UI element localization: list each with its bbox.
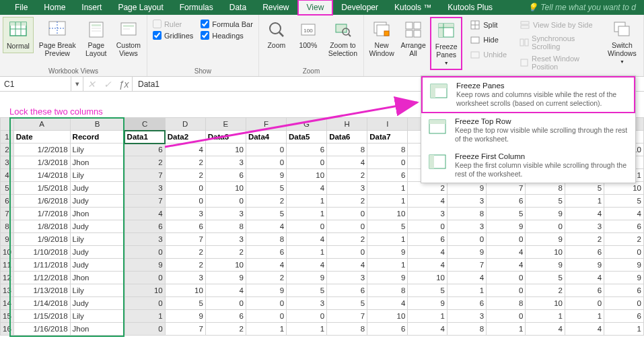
cell[interactable]: 1 (287, 208, 327, 220)
cell[interactable]: 0 (565, 297, 604, 310)
zoom-selection-button[interactable]: Zoom to Selection (325, 17, 361, 59)
cell[interactable]: 9 (165, 310, 205, 323)
row-header-13[interactable]: 13 (1, 284, 14, 297)
row-header-1[interactable]: 1 (1, 131, 14, 144)
cell[interactable]: 1/4/2018 (13, 169, 70, 182)
cell[interactable]: 0 (327, 220, 367, 233)
cell[interactable]: 1/7/2018 (13, 208, 70, 220)
row-header-3[interactable]: 3 (1, 156, 14, 169)
row-header-15[interactable]: 15 (1, 310, 14, 323)
cell[interactable]: 6 (205, 310, 246, 323)
cell[interactable]: 4 (565, 323, 604, 336)
headings-checkbox[interactable]: Headings (201, 31, 253, 40)
cell[interactable]: 1 (367, 259, 408, 272)
cell[interactable]: 9 (367, 246, 408, 259)
cell[interactable]: 7 (124, 195, 165, 208)
cell[interactable]: 0 (487, 310, 526, 323)
cell[interactable]: 2 (165, 156, 205, 169)
cell[interactable]: 7 (165, 233, 205, 246)
row-header-7[interactable]: 7 (1, 208, 14, 220)
cell[interactable]: 6 (367, 323, 408, 336)
cell[interactable]: 6 (327, 284, 367, 297)
sync-scroll-button[interactable]: Synchronous Scrolling (517, 33, 599, 52)
cell[interactable]: 10 (526, 246, 565, 259)
tab-kutools-[interactable]: Kutools ™ (386, 1, 439, 14)
cell[interactable]: Record (70, 131, 124, 144)
cell[interactable]: 7 (327, 310, 367, 323)
cell[interactable]: 6 (565, 284, 604, 297)
cell[interactable]: 0 (246, 156, 286, 169)
cell[interactable]: 7 (448, 259, 487, 272)
cell[interactable]: Lily (70, 144, 124, 156)
row-header-8[interactable]: 8 (1, 220, 14, 233)
cell[interactable]: 5 (604, 195, 644, 208)
cell[interactable]: 2 (165, 259, 205, 272)
cell[interactable]: 6 (604, 310, 644, 323)
cell[interactable]: 8 (367, 284, 408, 297)
cell[interactable]: 1 (448, 284, 487, 297)
cell[interactable]: 0 (205, 297, 246, 310)
cell[interactable]: 4 (408, 259, 448, 272)
cell[interactable]: 0 (526, 220, 565, 233)
cell[interactable]: 3 (124, 182, 165, 195)
freeze-panes-button[interactable]: Freeze Panes ▼ (430, 17, 462, 70)
cell[interactable]: 10 (367, 310, 408, 323)
tab-home[interactable]: Home (36, 1, 73, 14)
cell[interactable]: 10 (165, 284, 205, 297)
cell[interactable]: 1 (367, 233, 408, 246)
cell[interactable]: 8 (246, 233, 286, 246)
tab-review[interactable]: Review (254, 1, 297, 14)
cell[interactable]: 0 (124, 297, 165, 310)
column-header-F[interactable]: F (246, 118, 286, 131)
cell[interactable]: 6 (604, 220, 644, 233)
cell[interactable]: 8 (327, 323, 367, 336)
cell[interactable]: 4 (487, 246, 526, 259)
row-header-6[interactable]: 6 (1, 195, 14, 208)
cell[interactable]: 10 (604, 182, 644, 195)
cell[interactable]: Lily (70, 310, 124, 323)
cell[interactable]: 4 (487, 259, 526, 272)
cell[interactable]: 7 (487, 182, 526, 195)
cell[interactable]: 8 (327, 144, 367, 156)
cell[interactable]: 1 (287, 323, 327, 336)
cell[interactable]: 0 (487, 284, 526, 297)
cell[interactable]: 5 (367, 220, 408, 233)
row-header-16[interactable]: 16 (1, 323, 14, 336)
cell[interactable]: 9 (604, 272, 644, 284)
cell[interactable]: 10 (367, 208, 408, 220)
column-header-A[interactable]: A (13, 118, 70, 131)
name-box-dropdown[interactable]: ▾ (71, 77, 83, 91)
new-window-button[interactable]: New Window (367, 17, 396, 59)
select-all-corner[interactable] (1, 118, 14, 131)
fx-icon[interactable]: ƒx (116, 79, 132, 90)
cell[interactable]: 6 (604, 284, 644, 297)
row-header-2[interactable]: 2 (1, 144, 14, 156)
column-header-B[interactable]: B (70, 118, 124, 131)
cell[interactable]: 3 (448, 220, 487, 233)
cell[interactable]: Data2 (165, 131, 205, 144)
cell[interactable]: Judy (70, 259, 124, 272)
cell[interactable]: 4 (367, 297, 408, 310)
cell[interactable]: 6 (367, 169, 408, 182)
cell[interactable]: 9 (287, 272, 327, 284)
column-header-D[interactable]: D (165, 118, 205, 131)
cell[interactable]: 8 (448, 323, 487, 336)
cell[interactable]: 1 (367, 182, 408, 195)
name-box[interactable]: C1 (0, 77, 71, 91)
cell[interactable]: 9 (408, 297, 448, 310)
cell[interactable]: 1 (408, 310, 448, 323)
cell[interactable]: 3 (165, 208, 205, 220)
cell[interactable]: Judy (70, 220, 124, 233)
column-header-C[interactable]: C (124, 118, 165, 131)
column-header-H[interactable]: H (327, 118, 367, 131)
cell[interactable]: 1/12/2018 (13, 272, 70, 284)
cell[interactable]: 4 (287, 182, 327, 195)
cell[interactable]: 6 (205, 169, 246, 182)
cell[interactable]: 1 (246, 323, 286, 336)
cell[interactable]: 6 (448, 297, 487, 310)
cell[interactable]: Date (13, 131, 70, 144)
cell[interactable]: 2 (327, 169, 367, 182)
cell[interactable]: 1/16/2018 (13, 323, 70, 336)
cell[interactable]: 1/10/2018 (13, 246, 70, 259)
cell[interactable]: Lily (70, 233, 124, 246)
